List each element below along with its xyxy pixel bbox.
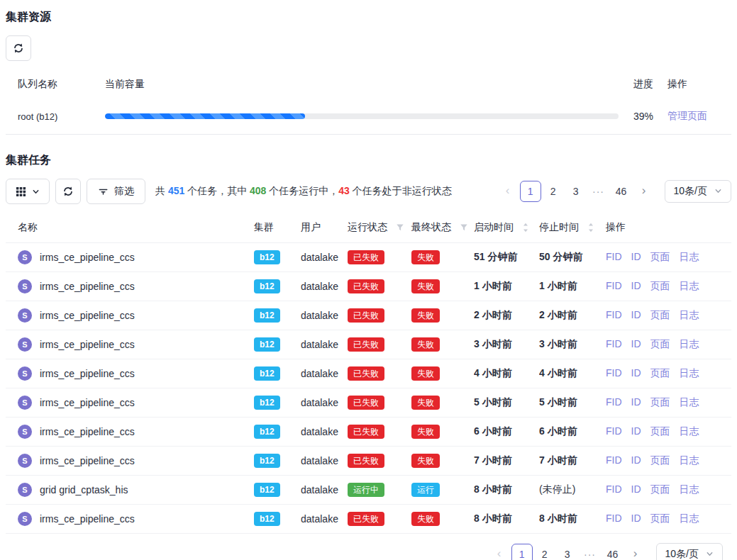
action-link-id[interactable]: ID: [631, 280, 641, 291]
final-status-badge: 失败: [411, 512, 440, 526]
manage-page-link[interactable]: 管理页面: [667, 110, 707, 121]
task-name: irms_ce_pipeline_ccs: [40, 368, 135, 379]
page-size-select[interactable]: 10条/页: [665, 180, 731, 203]
final-status-badge: 失败: [411, 308, 440, 323]
action-link-页面[interactable]: 页面: [650, 338, 670, 349]
action-link-日志[interactable]: 日志: [680, 454, 699, 466]
action-link-id[interactable]: ID: [631, 251, 641, 262]
table-row: S irms_ce_pipeline_ccs b12 datalake 已失败 …: [6, 359, 731, 388]
action-link-id[interactable]: ID: [631, 513, 641, 524]
action-link-日志[interactable]: 日志: [680, 425, 699, 437]
column-header-final-status[interactable]: 最终状态: [411, 213, 474, 243]
pagination-top: ‹123···46›: [497, 181, 655, 202]
action-link-id[interactable]: ID: [631, 309, 641, 320]
queue-progress-bar: [105, 113, 619, 119]
resources-refresh-button[interactable]: [6, 35, 31, 61]
column-header-start-time[interactable]: 启动时间: [474, 213, 539, 243]
action-link-id[interactable]: ID: [631, 454, 641, 466]
start-time: 8 小时前: [474, 476, 539, 505]
pagination-page-3[interactable]: 3: [557, 544, 578, 560]
queue-capacity-cell: [105, 99, 633, 135]
run-status-badge: 已失败: [348, 337, 384, 352]
task-actions: FIDID页面日志: [606, 301, 731, 330]
action-link-页面[interactable]: 页面: [650, 251, 670, 262]
task-avatar: S: [18, 366, 32, 381]
action-link-页面[interactable]: 页面: [650, 309, 670, 320]
filter-button[interactable]: 筛选: [87, 179, 145, 204]
task-name: irms_ce_pipeline_ccs: [40, 281, 135, 292]
action-link-fid[interactable]: FID: [606, 338, 622, 349]
action-link-页面[interactable]: 页面: [650, 513, 670, 524]
filter-funnel-icon[interactable]: [460, 223, 468, 232]
action-link-日志[interactable]: 日志: [680, 513, 699, 524]
stop-time: 5 小时前: [539, 388, 606, 418]
column-header-stop-time[interactable]: 停止时间: [539, 213, 606, 243]
action-link-页面[interactable]: 页面: [650, 280, 670, 291]
pagination-page-1[interactable]: 1: [511, 544, 533, 560]
action-link-id[interactable]: ID: [631, 396, 641, 408]
action-link-日志[interactable]: 日志: [680, 280, 699, 291]
stop-time: 4 小时前: [539, 359, 606, 388]
start-time: 4 小时前: [474, 359, 539, 388]
refresh-icon: [13, 43, 24, 54]
action-link-fid[interactable]: FID: [606, 251, 622, 262]
pagination-page-3[interactable]: 3: [565, 181, 587, 202]
action-link-fid[interactable]: FID: [606, 454, 622, 466]
action-link-id[interactable]: ID: [631, 367, 641, 379]
queue-progress-value: 39%: [633, 99, 667, 135]
action-link-id[interactable]: ID: [631, 483, 641, 495]
summary-segment: 个任务处于非运行状态: [350, 185, 452, 196]
task-actions: FIDID页面日志: [606, 272, 731, 301]
pagination-page-1[interactable]: 1: [520, 181, 541, 202]
layout-grid-dropdown-button[interactable]: [6, 179, 50, 204]
task-avatar: S: [18, 250, 32, 264]
pagination-page-2[interactable]: 2: [534, 544, 555, 560]
action-link-fid[interactable]: FID: [606, 483, 622, 495]
task-actions: FIDID页面日志: [606, 418, 731, 447]
pagination-page-2[interactable]: 2: [543, 181, 564, 202]
pagination-prev[interactable]: ‹: [497, 181, 519, 202]
action-link-日志[interactable]: 日志: [680, 396, 699, 408]
action-link-日志[interactable]: 日志: [680, 483, 699, 495]
pagination-page-46[interactable]: 46: [602, 544, 624, 560]
tasks-toolbar: 筛选 共 451 个任务，其中 408 个任务运行中，43 个任务处于非运行状态…: [6, 179, 731, 204]
pagination-page-46[interactable]: 46: [611, 181, 632, 202]
task-user: datalake: [301, 359, 348, 388]
pagination-ellipsis[interactable]: ···: [580, 544, 601, 560]
action-link-页面[interactable]: 页面: [650, 454, 670, 466]
task-actions: FIDID页面日志: [606, 359, 731, 388]
page-size-select[interactable]: 10条/页: [656, 543, 723, 560]
action-link-日志[interactable]: 日志: [680, 367, 699, 379]
sorter-icon[interactable]: [587, 222, 594, 233]
page-size-label: 10条/页: [674, 185, 707, 198]
action-link-页面[interactable]: 页面: [650, 367, 670, 379]
action-link-id[interactable]: ID: [631, 425, 641, 437]
grid-icon: [16, 186, 26, 197]
action-link-页面[interactable]: 页面: [650, 396, 670, 408]
sorter-icon[interactable]: [522, 222, 529, 233]
pagination-next[interactable]: ›: [625, 544, 646, 560]
action-link-fid[interactable]: FID: [606, 367, 622, 379]
action-link-日志[interactable]: 日志: [680, 251, 699, 262]
action-link-fid[interactable]: FID: [606, 309, 622, 320]
pagination-next[interactable]: ›: [633, 181, 655, 202]
pagination-prev[interactable]: ‹: [489, 544, 510, 560]
final-status-badge: 失败: [411, 454, 440, 468]
action-link-页面[interactable]: 页面: [650, 483, 670, 495]
action-link-fid[interactable]: FID: [606, 425, 622, 437]
action-link-页面[interactable]: 页面: [650, 425, 670, 437]
action-link-fid[interactable]: FID: [606, 280, 622, 291]
action-link-fid[interactable]: FID: [606, 513, 622, 524]
filter-funnel-icon[interactable]: [396, 223, 404, 232]
column-header-name: 名称: [6, 213, 254, 243]
task-actions: FIDID页面日志: [606, 447, 731, 476]
run-status-badge: 已失败: [348, 512, 384, 526]
action-link-fid[interactable]: FID: [606, 396, 622, 408]
action-link-日志[interactable]: 日志: [680, 338, 699, 349]
action-link-id[interactable]: ID: [631, 338, 641, 349]
pagination-ellipsis[interactable]: ···: [588, 181, 609, 202]
tasks-refresh-button[interactable]: [55, 179, 81, 204]
column-header-run-status[interactable]: 运行状态: [348, 213, 411, 243]
table-row: S irms_ce_pipeline_ccs b12 datalake 已失败 …: [6, 418, 731, 447]
action-link-日志[interactable]: 日志: [680, 309, 699, 320]
